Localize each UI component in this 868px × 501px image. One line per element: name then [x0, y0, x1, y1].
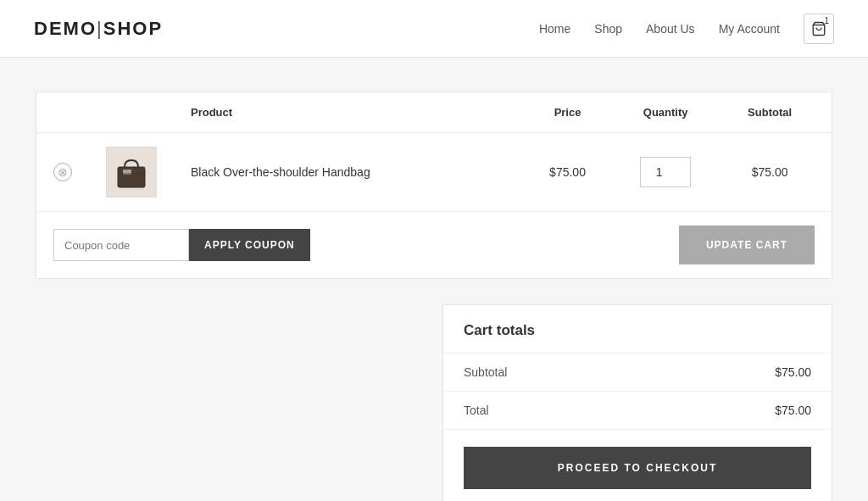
product-name-cell: Black Over-the-shoulder Handbag	[174, 133, 512, 212]
subtotal-value: $75.00	[775, 365, 811, 379]
cart-totals-title: Cart totals	[443, 305, 832, 353]
coupon-input[interactable]	[53, 229, 189, 261]
col-header-remove	[36, 92, 89, 133]
logo-separator: |	[97, 18, 103, 39]
cart-table-container: Product Price Quantity Subtotal ⊗	[36, 92, 832, 279]
update-cart-button[interactable]: UPDATE CART	[679, 225, 815, 264]
col-header-quantity: Quantity	[623, 92, 708, 133]
nav-about[interactable]: About Us	[646, 22, 695, 36]
logo-part2: SHOP	[103, 18, 163, 39]
main-nav: Home Shop About Us My Account 1	[539, 14, 834, 44]
remove-item-button[interactable]: ⊗	[53, 163, 72, 181]
svg-rect-1	[118, 167, 145, 187]
nav-home[interactable]: Home	[539, 22, 570, 36]
nav-my-account[interactable]: My Account	[719, 22, 780, 36]
col-header-product: Product	[174, 92, 512, 133]
site-header: DEMO|SHOP Home Shop About Us My Account …	[0, 0, 868, 58]
product-price-cell: $75.00	[512, 133, 623, 212]
coupon-row: APPLY COUPON UPDATE CART	[36, 212, 832, 278]
cart-icon-button[interactable]: 1	[804, 14, 834, 44]
coupon-section: APPLY COUPON	[53, 229, 310, 261]
cart-table: Product Price Quantity Subtotal ⊗	[36, 92, 832, 212]
product-thumbnail	[106, 147, 157, 198]
subtotal-label: Subtotal	[464, 365, 507, 379]
subtotal-row: Subtotal $75.00	[443, 353, 832, 392]
apply-coupon-button[interactable]: APPLY COUPON	[189, 229, 310, 261]
col-header-image	[89, 92, 174, 133]
cart-count: 1	[824, 16, 829, 25]
main-content: Product Price Quantity Subtotal ⊗	[19, 92, 849, 501]
col-header-price: Price	[512, 92, 623, 133]
site-logo[interactable]: DEMO|SHOP	[34, 18, 163, 40]
quantity-input[interactable]	[640, 157, 691, 187]
proceed-to-checkout-button[interactable]: PROCEED TO CHECKOUT	[464, 447, 811, 489]
total-label: Total	[464, 404, 489, 417]
total-row: Total $75.00	[443, 392, 832, 430]
total-value: $75.00	[775, 404, 811, 417]
col-header-subtotal: Subtotal	[708, 92, 832, 133]
product-subtotal-cell: $75.00	[708, 133, 832, 212]
logo-part1: DEMO	[34, 18, 97, 39]
table-row: ⊗ Black Over-the-s	[36, 133, 832, 212]
nav-shop[interactable]: Shop	[594, 22, 622, 36]
handbag-icon	[111, 152, 152, 192]
cart-totals-container: Cart totals Subtotal $75.00 Total $75.00…	[442, 304, 832, 501]
